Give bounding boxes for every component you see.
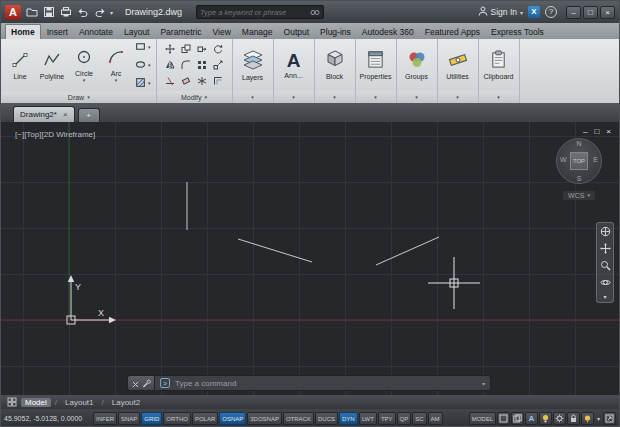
layout-tab-layout2[interactable]: Layout2 <box>108 398 144 407</box>
file-tab-drawing2[interactable]: Drawing2* × <box>13 106 75 122</box>
file-tab-close-icon[interactable]: × <box>63 110 68 119</box>
offset-button[interactable] <box>211 74 226 89</box>
autocad-logo-icon[interactable]: A <box>5 5 21 20</box>
pan-icon[interactable] <box>598 242 612 255</box>
mirror-button[interactable] <box>163 58 178 73</box>
layout-tab-layout1[interactable]: Layout1 <box>61 398 97 407</box>
qat-dropdown-icon[interactable]: ▾ <box>110 9 113 16</box>
draw-panel-expander[interactable]: Draw▾ <box>2 92 156 103</box>
properties-panel-expander[interactable]: ▾ <box>356 91 396 103</box>
toggle-dyn[interactable]: DYN <box>339 412 358 425</box>
orbit-icon[interactable] <box>598 276 612 289</box>
toggle-lwt[interactable]: LWT <box>359 412 377 425</box>
ribbon-tab-home[interactable]: Home <box>5 24 41 39</box>
steering-wheel-icon[interactable] <box>598 225 612 238</box>
toggle-qp[interactable]: QP <box>397 412 412 425</box>
new-drawing-tab[interactable]: + <box>78 108 100 122</box>
viewcube-north-label[interactable]: N <box>557 140 601 147</box>
layout-tab-model[interactable]: Model <box>21 398 51 407</box>
workspace-switching-button[interactable] <box>553 412 566 425</box>
annotation-scale-button[interactable]: A <box>525 412 538 425</box>
clipboard-button[interactable]: Clipboard <box>484 41 514 89</box>
navbar-more-icon[interactable]: ▾ <box>603 293 606 300</box>
viewcube-top-face[interactable]: TOP <box>570 152 588 170</box>
viewcube-south-label[interactable]: S <box>557 175 601 182</box>
clean-screen-button[interactable] <box>603 412 616 425</box>
toggle-osnap[interactable]: OSNAP <box>219 412 246 425</box>
toggle-sc[interactable]: SC <box>412 412 426 425</box>
utilities-panel-expander[interactable]: ▾ <box>438 91 478 103</box>
toggle-grid[interactable]: GRID <box>141 412 162 425</box>
scale-button[interactable] <box>211 58 226 73</box>
stretch-button[interactable] <box>195 42 210 57</box>
viewcube-west-label[interactable]: W <box>560 156 567 163</box>
drawing-canvas[interactable]: YX [−] [Top] [2D Wireframe] – □ × N W E … <box>1 122 619 395</box>
quick-view-drawings-button[interactable] <box>511 412 524 425</box>
ribbon-tab-manage[interactable]: Manage <box>237 25 278 39</box>
viewport-close-icon[interactable]: × <box>606 127 611 136</box>
command-recent-icon[interactable]: ▾ <box>482 380 485 387</box>
ribbon-tab-autodesk360[interactable]: Autodesk 360 <box>357 25 419 39</box>
viewport-minimize-icon[interactable]: – <box>583 127 587 136</box>
ribbon-tab-plugins[interactable]: Plug-ins <box>315 25 356 39</box>
viewport-restore-icon[interactable]: □ <box>594 127 599 136</box>
ribbon-tab-layout[interactable]: Layout <box>119 25 155 39</box>
search-icon[interactable] <box>310 3 320 21</box>
drawing-viewport[interactable]: YX <box>1 122 619 395</box>
wcs-menu-button[interactable]: WCS ▾ <box>563 191 595 200</box>
ribbon-tab-view[interactable]: View <box>208 25 236 39</box>
command-close-icon[interactable] <box>132 374 139 392</box>
annotation-button[interactable]: A Ann... <box>279 41 309 89</box>
command-line-grip[interactable] <box>127 375 155 391</box>
copy-button[interactable] <box>179 42 194 57</box>
maximize-button[interactable]: □ <box>583 6 598 19</box>
groups-panel-expander[interactable]: ▾ <box>397 91 437 103</box>
modify-panel-expander[interactable]: Modify▾ <box>157 91 232 103</box>
fillet-button[interactable] <box>179 58 194 73</box>
viewport-minimize-control[interactable]: [−] <box>15 130 24 139</box>
toggle-tpy[interactable]: TPY <box>378 412 396 425</box>
open-button[interactable] <box>25 5 39 19</box>
exchange-apps-icon[interactable]: X <box>528 6 540 18</box>
viewcube-east-label[interactable]: E <box>593 156 598 163</box>
ribbon-tab-parametric[interactable]: Parametric <box>155 25 206 39</box>
signin-button[interactable]: Sign In ▾ <box>478 6 523 18</box>
command-input[interactable]: > Type a command ▾ <box>155 375 491 391</box>
erase-button[interactable] <box>179 74 194 89</box>
explode-button[interactable] <box>195 74 210 89</box>
ribbon-tab-featured-apps[interactable]: Featured Apps <box>420 25 485 39</box>
trim-button[interactable] <box>163 74 178 89</box>
arc-button[interactable]: Arc ▾ <box>101 42 131 90</box>
plot-button[interactable] <box>59 5 73 19</box>
toggle-3dosnap[interactable]: 3DOSNAP <box>247 412 282 425</box>
array-button[interactable] <box>195 58 210 73</box>
toggle-am[interactable]: AM <box>428 412 443 425</box>
circle-button[interactable]: Circle ▾ <box>69 42 99 90</box>
hatch-dropdown-icon[interactable]: ▾ <box>148 81 151 86</box>
command-customize-icon[interactable] <box>142 374 151 392</box>
groups-button[interactable]: Groups <box>402 41 432 89</box>
help-icon[interactable]: ? <box>545 6 557 18</box>
ellipse-dropdown-icon[interactable]: ▾ <box>148 63 151 68</box>
ribbon-tab-output[interactable]: Output <box>279 25 315 39</box>
toggle-infer[interactable]: INFER <box>93 412 117 425</box>
hatch-button[interactable] <box>135 76 146 91</box>
layout-quickview-icon[interactable] <box>7 397 17 407</box>
toggle-polar[interactable]: POLAR <box>192 412 218 425</box>
viewport-style-control[interactable]: [2D Wireframe] <box>41 130 95 139</box>
ribbon-tab-insert[interactable]: Insert <box>42 25 73 39</box>
toggle-snap[interactable]: SNAP <box>118 412 140 425</box>
zoom-icon[interactable] <box>598 259 612 272</box>
properties-button[interactable]: Properties <box>361 41 391 89</box>
isolate-objects-button[interactable] <box>581 412 594 425</box>
toggle-ducs[interactable]: DUCS <box>315 412 338 425</box>
block-button[interactable]: Block <box>320 41 350 89</box>
redo-button[interactable] <box>93 5 107 19</box>
utilities-button[interactable]: Utilities <box>443 41 473 89</box>
polyline-button[interactable]: Polyline <box>37 42 67 90</box>
ellipse-button[interactable] <box>135 58 146 73</box>
line-button[interactable]: Line <box>5 42 35 90</box>
viewport-view-control[interactable]: [Top] <box>24 130 41 139</box>
clipboard-panel-expander[interactable]: ▾ <box>479 91 519 103</box>
rectangle-dropdown-icon[interactable]: ▾ <box>148 45 151 50</box>
